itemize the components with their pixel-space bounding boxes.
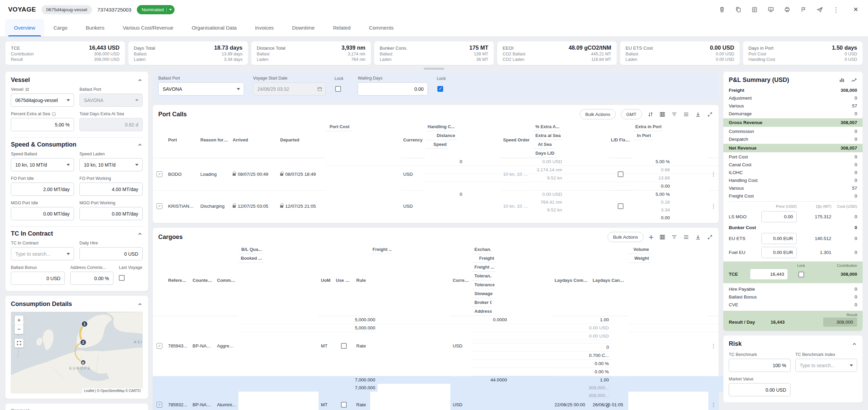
column-header-address[interactable]: Address... [472,307,492,316]
zoom-out-button[interactable]: − [15,325,23,334]
map-fullscreen-button[interactable] [14,338,24,348]
column-header-l-d-fixed[interactable]: L/D Fixed [609,122,633,158]
column-header-extra-at-sea[interactable]: Extra at Sea [533,131,562,140]
waiting-days-lock-checkbox[interactable] [437,86,443,92]
column-header-freight[interactable]: Freight [472,254,496,263]
tc-contract-search[interactable]: Type to search... [11,247,74,260]
column-header-laydays-cancelling[interactable]: Laydays Cancelling [590,245,628,316]
eu-ets-price-input[interactable]: 0.00 EUR [761,233,797,244]
tab-overview[interactable]: Overview [5,19,44,36]
last-voyage-checkbox[interactable] [119,275,125,281]
tab-bunkers[interactable]: Bunkers [76,19,113,36]
column-header-departed[interactable]: Departed [278,122,325,158]
column-header-in-port[interactable]: In Port [633,131,653,140]
percent-extra-input[interactable]: 5.00 % [11,118,74,131]
column-header-use-ma[interactable]: Use Ma... [333,245,354,316]
route-map[interactable]: EUROPE ASIA 1 2 B + − Leaflet | © OpenSt… [11,312,143,393]
map-marker-ballast[interactable]: B [82,361,85,364]
more-options-icon[interactable]: ⋮ [832,5,840,14]
row-menu-icon[interactable]: ⋮ [711,402,716,408]
column-header-stowage[interactable]: Stowage [472,289,494,298]
external-link-icon[interactable] [25,87,29,91]
bar-chart-icon[interactable] [838,77,845,84]
checkbox[interactable] [618,171,623,177]
column-header-toleran[interactable]: Toleran... [472,272,492,280]
map-attribution[interactable]: Leaflet | © OpenStreetMap © CARTO [82,388,143,393]
daily-hire-input[interactable]: 0 USD [79,247,143,260]
open-record-icon[interactable]: ↗ [157,343,162,349]
fuel-eu-price-input[interactable]: 0.00 EUR [761,247,797,258]
column-header-extra-in-port[interactable]: Extra in Port [633,122,663,131]
column-header-commo[interactable]: Commo... [215,245,238,316]
speed-ballast-select[interactable]: 10 kn, 10 MT/d [11,158,74,171]
row-menu-icon[interactable]: ⋮ [711,171,716,177]
report-icon[interactable] [767,5,775,14]
collapse-vessel-icon[interactable] [137,78,143,83]
column-header-port-cost[interactable]: Port Cost [325,122,352,131]
table-row[interactable]: ↗785943...BP-NAM...Aggrega...5,000.0005,… [153,316,719,376]
column-header-currency[interactable]: Currency [450,245,472,316]
row-menu-icon[interactable]: ⋮ [711,343,716,349]
market-value-input[interactable]: 0.00 USD [729,383,791,396]
collapse-speed-icon[interactable] [137,142,143,148]
column-header-booked[interactable]: Booked ... [238,254,264,263]
column-header-port[interactable]: Port [166,122,198,158]
add-cargo-button[interactable]: + [649,234,654,240]
column-header-at-sea[interactable]: At Sea [533,140,554,149]
table-row[interactable]: ↗BODOLoading08/07/25 00:4908/07/25 18:49… [153,158,719,190]
column-header-days-l-d[interactable]: Days L/D [533,149,557,158]
column-header-referen[interactable]: Referen... [166,245,190,316]
column-header-counter[interactable]: Counter... [190,245,215,316]
sort-icon[interactable] [647,111,654,118]
column-header-speed-order[interactable]: Speed Order [501,122,533,158]
map-marker-1[interactable]: 1 [84,322,86,326]
ballast-bonus-input[interactable]: 0 USD [11,272,65,285]
mgo-port-working-input[interactable]: 0.00 MT/day [79,207,143,220]
close-icon[interactable]: ✕ [852,5,860,14]
column-header-speed[interactable]: Speed [425,140,449,149]
collapse-expand-icon[interactable] [706,234,713,240]
tab-cargo[interactable]: Cargo [44,19,77,36]
tc-benchmark-input[interactable]: 100 % [729,359,791,372]
ls-mgo-price-input[interactable]: 0.00 [761,211,797,222]
timezone-button[interactable]: GMT [621,109,642,119]
vessel-select[interactable]: 0675d4ajoug-vessel [11,93,74,107]
tab-various-cost-revenue[interactable]: Various Cost/Revenue [113,19,182,36]
column-header-tolerance[interactable]: Tolerance [472,280,494,289]
open-record-icon[interactable]: ↗ [157,402,162,408]
open-record-icon[interactable]: ↗ [157,203,162,209]
tab-organisational-data[interactable]: Organisational Data [182,19,246,36]
column-header-handling-c[interactable]: Handling C... [425,122,456,131]
column-header-freight[interactable]: Freight ... [370,245,392,254]
columns-icon[interactable] [659,234,666,240]
ballast-port-select[interactable]: SAVONA [158,82,244,96]
copy-icon[interactable] [734,5,742,14]
send-icon[interactable] [816,5,824,14]
checkbox[interactable] [341,343,347,349]
tce-input[interactable]: 16,443 [750,269,788,280]
column-header-broker-c[interactable]: Broker C... [472,298,492,307]
column-header-rule[interactable]: Rule [354,245,370,316]
column-header-arrived[interactable]: Arrived [230,122,278,158]
column-header-uom[interactable]: UoM [319,245,333,316]
tab-invoices[interactable]: Invoices [246,19,283,36]
start-date-lock-checkbox[interactable] [335,86,341,92]
download-icon[interactable] [694,111,701,118]
table-row[interactable]: ↗785932...BP-NAM...Alumini...7,000.0007,… [153,376,719,410]
column-header-volume[interactable]: Volume [628,245,651,254]
speed-laden-select[interactable]: 10 kn, 10 MT/d [79,158,143,171]
table-row[interactable]: ↗KRISTIANS...Discharging12/07/25 03:0512… [153,190,719,222]
column-header-distance[interactable]: Distance [425,131,457,140]
map-marker-2[interactable]: 2 [82,340,84,344]
tab-downtime[interactable]: Downtime [283,19,324,36]
density-icon[interactable] [683,111,689,118]
filter-icon[interactable] [671,234,677,240]
collapse-tc-icon[interactable] [137,231,143,237]
column-header-currency[interactable]: Currency [401,122,425,158]
row-menu-icon[interactable]: ⋮ [711,203,716,209]
column-header-extra-a[interactable]: % Extra A... [533,122,561,131]
mgo-port-idle-input[interactable]: 0.00 MT/day [11,207,74,220]
bulk-actions-button[interactable]: Bulk Actions [580,109,616,119]
tce-lock-checkbox[interactable] [798,272,804,277]
checkbox[interactable] [618,203,623,209]
